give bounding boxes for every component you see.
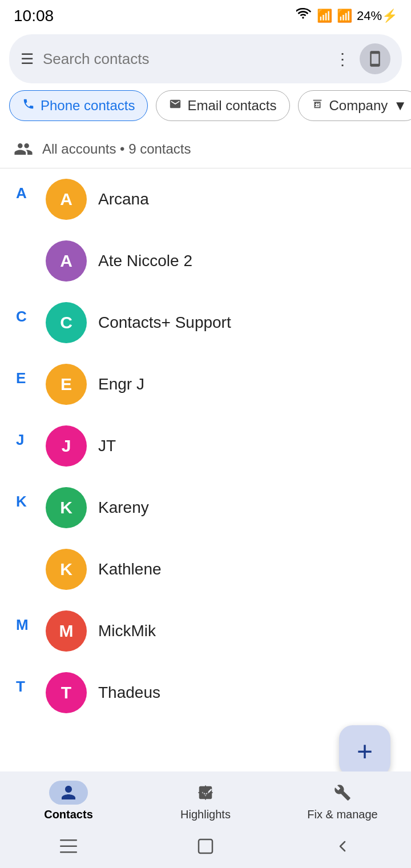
contact-item[interactable]: TThadeus <box>40 662 411 724</box>
svg-rect-4 <box>199 839 212 853</box>
section-letter-a: A <box>0 168 40 202</box>
chip-company[interactable]: Company ▼ <box>298 90 411 121</box>
contact-section-m: MMMickMik <box>0 600 411 662</box>
contact-avatar: J <box>46 425 87 467</box>
filter-chips: Phone contacts Email contacts Company ▼ <box>0 90 411 130</box>
search-placeholder: Search contacts <box>43 50 325 68</box>
contact-avatar: K <box>46 549 87 590</box>
search-bar[interactable]: ☰ Search contacts ⋮ <box>9 34 402 83</box>
chip-company-label: Company <box>329 98 388 114</box>
bottom-nav: Contacts Highlights Fix & manage <box>0 771 411 868</box>
contact-section-a: AAArcana <box>0 168 411 230</box>
battery-text: 24%⚡ <box>357 9 397 23</box>
contact-section-c: CCContacts+ Support <box>0 292 411 353</box>
wifi-icon <box>296 8 312 24</box>
svg-rect-3 <box>60 851 77 853</box>
fix-nav-icon <box>323 781 362 805</box>
nav-item-fix[interactable]: Fix & manage <box>274 781 411 821</box>
contact-item[interactable]: CContacts+ Support <box>40 292 411 353</box>
contact-avatar: A <box>46 240 87 282</box>
add-contact-fab[interactable]: + <box>339 725 390 777</box>
section-letter-t: T <box>0 662 40 696</box>
svg-rect-1 <box>60 839 77 841</box>
company-chip-icon <box>311 98 324 114</box>
section-letter-j: J <box>0 415 40 449</box>
fix-nav-label: Fix & manage <box>307 808 377 821</box>
chip-phone-contacts[interactable]: Phone contacts <box>9 90 148 121</box>
contact-section-e: EEEngr J <box>0 353 411 415</box>
contact-avatar: E <box>46 364 87 405</box>
chip-phone-label: Phone contacts <box>41 98 135 114</box>
contact-name: Contacts+ Support <box>98 314 231 332</box>
company-dropdown-icon: ▼ <box>393 98 407 114</box>
accounts-icon <box>14 139 33 159</box>
highlights-nav-label: Highlights <box>180 808 231 821</box>
highlights-nav-icon <box>186 781 225 805</box>
status-time: 10:08 <box>14 7 54 25</box>
contact-item[interactable]: AAte Niccole 2 <box>0 230 411 292</box>
device-icon-button[interactable] <box>360 43 390 74</box>
contact-name: JT <box>98 437 116 455</box>
contact-avatar: A <box>46 179 87 220</box>
chip-email-contacts[interactable]: Email contacts <box>156 90 289 121</box>
contact-name: Engr J <box>98 375 144 393</box>
system-back-btn[interactable] <box>332 836 353 857</box>
status-bar: 10:08 📶 📶 24%⚡ <box>0 0 411 30</box>
system-menu-btn[interactable] <box>58 836 79 857</box>
contact-avatar: T <box>46 672 87 713</box>
phone-chip-icon <box>22 98 35 114</box>
signal-icon: 📶 <box>317 9 332 23</box>
chip-email-label: Email contacts <box>187 98 276 114</box>
contacts-nav-label: Contacts <box>44 808 93 821</box>
contact-item[interactable]: KKareny <box>40 477 411 539</box>
menu-icon[interactable]: ☰ <box>21 50 34 68</box>
more-options-icon[interactable]: ⋮ <box>335 50 350 69</box>
contact-name: Ate Niccole 2 <box>98 252 192 270</box>
contacts-nav-icon <box>49 781 88 805</box>
nav-item-contacts[interactable]: Contacts <box>0 781 137 821</box>
contact-section-j: JJJT <box>0 415 411 477</box>
contact-name: Arcana <box>98 190 149 208</box>
section-letter-c: C <box>0 292 40 326</box>
section-letter-e: E <box>0 353 40 387</box>
contact-section-t: TTThadeus <box>0 662 411 724</box>
contact-avatar: C <box>46 302 87 343</box>
contact-item[interactable]: JJT <box>40 415 411 477</box>
contact-avatar: M <box>46 610 87 652</box>
nav-item-highlights[interactable]: Highlights <box>137 781 274 821</box>
contact-name: Kareny <box>98 499 149 517</box>
search-actions: ⋮ <box>335 43 390 74</box>
contact-avatar: K <box>46 487 87 528</box>
section-letter-m: M <box>0 600 40 634</box>
nav-items: Contacts Highlights Fix & manage <box>0 781 411 828</box>
svg-rect-2 <box>60 846 77 847</box>
contact-name: MickMik <box>98 622 156 640</box>
email-chip-icon <box>169 98 182 114</box>
contact-section-k: KKKareny <box>0 477 411 539</box>
contact-name: Kathlene <box>98 560 162 578</box>
system-home-btn[interactable] <box>195 836 216 857</box>
contact-item[interactable]: KKathlene <box>0 539 411 600</box>
account-info: All accounts • 9 contacts <box>0 130 411 168</box>
system-nav <box>0 828 411 868</box>
contact-item[interactable]: AArcana <box>40 168 411 230</box>
status-icons: 📶 📶 24%⚡ <box>296 8 397 24</box>
contact-item[interactable]: MMickMik <box>40 600 411 662</box>
contact-list: AAArcanaAAte Niccole 2CCContacts+ Suppor… <box>0 168 411 724</box>
account-info-text: All accounts • 9 contacts <box>42 141 191 157</box>
signal2-icon: 📶 <box>337 9 352 23</box>
contact-item[interactable]: EEngr J <box>40 353 411 415</box>
contact-name: Thadeus <box>98 684 160 702</box>
section-letter-k: K <box>0 477 40 511</box>
